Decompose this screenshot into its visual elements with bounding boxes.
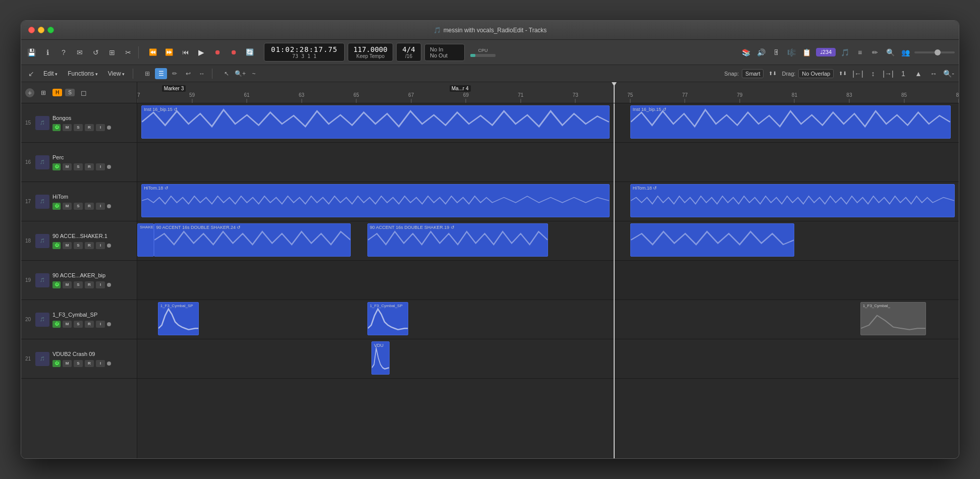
list-icon[interactable]: ≡ — [854, 46, 866, 58]
zoom-fit[interactable]: ↔ — [928, 68, 940, 80]
play-button[interactable]: ▶ — [194, 46, 208, 58]
mute-btn-19[interactable]: M — [63, 281, 72, 288]
clip-17-2[interactable]: HiTom.18 ↺ — [630, 184, 955, 217]
mixer-icon[interactable]: 🎚 — [771, 46, 783, 58]
mail-icon[interactable]: ✉ — [74, 46, 86, 58]
loop-button[interactable]: 🔄 — [243, 46, 257, 58]
track-collapse-btn[interactable]: ◻ — [78, 87, 90, 99]
clip-17-1[interactable]: HiTom.18 ↺ — [141, 184, 610, 217]
list-view-btn[interactable]: ☰ — [155, 68, 167, 79]
grid-view-btn[interactable]: ⊞ — [141, 68, 153, 79]
solo-btn-15[interactable]: S — [74, 124, 83, 131]
input-btn-17[interactable]: I — [96, 203, 105, 210]
solo-btn-17[interactable]: S — [74, 203, 83, 210]
record-btn-15[interactable]: R — [85, 124, 94, 131]
rewind-button[interactable]: ⏪ — [146, 46, 160, 58]
record-btn-20[interactable]: R — [85, 321, 94, 328]
record-button[interactable]: ⏺ — [210, 46, 225, 58]
help-icon[interactable]: ? — [58, 46, 70, 58]
snap-selector[interactable]: Smart — [742, 69, 764, 78]
save-icon[interactable]: 💾 — [25, 46, 37, 58]
time-signature-display[interactable]: 4/4 /16 — [396, 43, 421, 62]
info-icon[interactable]: ℹ — [41, 46, 53, 58]
power-btn-17[interactable]: ⏻ — [52, 203, 61, 210]
cursor-tool[interactable]: ↙ — [25, 68, 37, 80]
dot-btn-21[interactable] — [107, 362, 111, 366]
dot-btn-15[interactable] — [107, 126, 111, 130]
close-button[interactable] — [28, 27, 35, 33]
input-btn-20[interactable]: I — [96, 321, 105, 328]
minimize-button[interactable] — [38, 27, 44, 33]
library-icon[interactable]: 📚 — [740, 46, 752, 58]
goto-start-button[interactable]: ⏮ — [178, 46, 192, 58]
fullscreen-button[interactable] — [47, 27, 54, 33]
snap-icon3[interactable]: |→| — [882, 68, 894, 80]
zoom-minus[interactable]: 🔍- — [943, 68, 955, 80]
dot-btn-18[interactable] — [107, 244, 111, 248]
input-btn-18[interactable]: I — [96, 242, 105, 249]
solo-btn-21[interactable]: S — [74, 360, 83, 367]
record-btn-18[interactable]: R — [85, 242, 94, 249]
zoom-in-btn[interactable]: 🔍+ — [234, 68, 246, 79]
snap-icon1[interactable]: |←| — [852, 68, 864, 80]
score-icon[interactable]: 🎼 — [786, 46, 798, 58]
clip-18-1[interactable]: 90 ACCENT 16s DOUBLE SHAKER.24 ↺ — [154, 223, 351, 257]
clip-18-2[interactable]: 90 ACCENT 16s DOUBLE SHAKER.19 ↺ — [367, 223, 548, 257]
sync-icon[interactable]: ↺ — [90, 46, 102, 58]
input-btn-16[interactable]: I — [96, 163, 105, 170]
record-btn-21[interactable]: R — [85, 360, 94, 367]
dot-btn-19[interactable] — [107, 283, 111, 287]
loop-view-btn[interactable]: ↩ — [182, 68, 194, 79]
automation-btn[interactable]: ~ — [248, 68, 260, 79]
snap-up-down[interactable]: ⬆⬇ — [767, 68, 779, 80]
edit-menu[interactable]: Edit — [39, 69, 62, 79]
split-icon[interactable]: ⊞ — [106, 46, 118, 58]
record-btn-17[interactable]: R — [85, 203, 94, 210]
clip-20-3[interactable]: 1_F3_Cymbal_ — [860, 302, 926, 335]
mute-btn-21[interactable]: M — [63, 360, 72, 367]
power-btn-19[interactable]: ⏻ — [52, 281, 61, 288]
vol-up[interactable]: ▲ — [912, 68, 924, 80]
record-btn-19[interactable]: R — [85, 281, 94, 288]
scissors-icon[interactable]: ✂ — [122, 46, 134, 58]
zoom-btn[interactable]: ↔ — [196, 68, 208, 79]
tuner-icon[interactable]: 🎵 — [839, 46, 851, 58]
search-icon[interactable]: 🔍 — [884, 46, 896, 58]
h-filter-btn[interactable]: H — [52, 89, 62, 96]
add-track-button[interactable]: + — [25, 88, 34, 97]
pointer-tool[interactable]: ↖ — [221, 68, 233, 79]
power-btn-15[interactable]: ⏻ — [52, 124, 61, 131]
num-1[interactable]: 1 — [897, 68, 909, 80]
mute-btn-20[interactable]: M — [63, 321, 72, 328]
clip-21-1[interactable]: VDU — [371, 341, 390, 375]
mute-btn-16[interactable]: M — [63, 163, 72, 170]
dot-btn-20[interactable] — [107, 322, 111, 326]
input-btn-15[interactable]: I — [96, 124, 105, 131]
drag-selector[interactable]: No Overlap — [798, 69, 834, 78]
solo-btn-20[interactable]: S — [74, 321, 83, 328]
record-btn-16[interactable]: R — [85, 163, 94, 170]
snap-icon2[interactable]: ↕ — [867, 68, 879, 80]
drag-options[interactable]: ⬆⬇ — [837, 68, 849, 80]
power-btn-16[interactable]: ⏻ — [52, 163, 61, 170]
functions-menu[interactable]: Functions — [64, 69, 102, 79]
clip-18-3[interactable] — [630, 223, 795, 257]
solo-btn-19[interactable]: S — [74, 281, 83, 288]
pen-tool-btn[interactable]: ✏ — [169, 68, 181, 79]
view-menu[interactable]: View — [104, 69, 129, 79]
power-btn-20[interactable]: ⏻ — [52, 321, 61, 328]
list-icon2[interactable]: 📋 — [801, 46, 813, 58]
fast-forward-button[interactable]: ⏩ — [162, 46, 176, 58]
edit-icon[interactable]: ✏ — [869, 46, 881, 58]
mute-btn-17[interactable]: M — [63, 203, 72, 210]
record-alt-button[interactable]: ⏺ — [227, 46, 241, 58]
users-icon[interactable]: 👥 — [899, 46, 911, 58]
slider-thumb[interactable] — [935, 49, 941, 55]
clip-15-1[interactable]: Inst 16_bip.15 ↺ — [141, 105, 610, 139]
mute-btn-15[interactable]: M — [63, 124, 72, 131]
volume-slider[interactable] — [914, 51, 955, 53]
tempo-display[interactable]: 117.0000 Keep Tempo — [348, 43, 393, 62]
clip-18-0[interactable]: SHAKER. — [137, 223, 154, 257]
speaker-icon[interactable]: 🔊 — [755, 46, 768, 58]
power-btn-21[interactable]: ⏻ — [52, 360, 61, 367]
